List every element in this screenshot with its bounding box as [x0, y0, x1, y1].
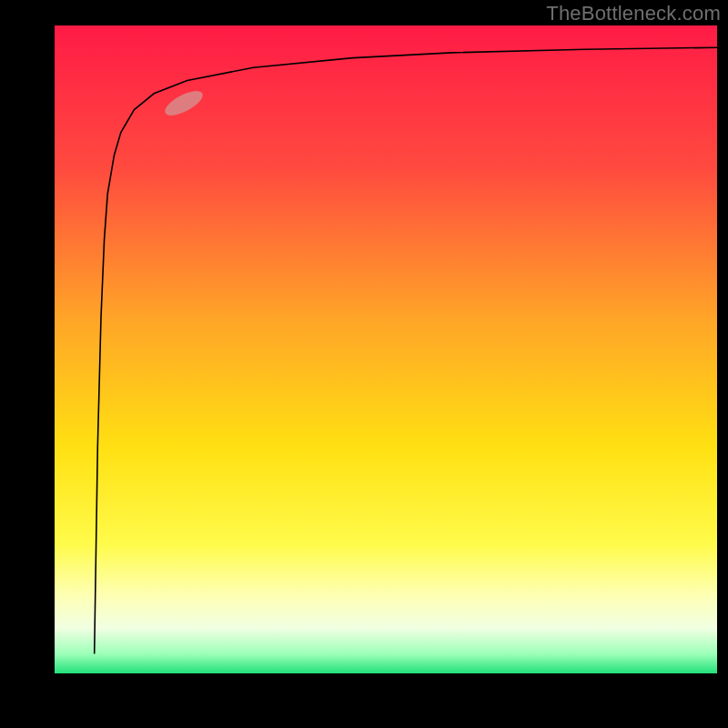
highlight-marker: [161, 86, 206, 120]
plot-area: [55, 25, 717, 673]
curve-layer: [55, 25, 717, 673]
chart-stage: TheBottleneck.com: [0, 0, 728, 728]
watermark-text: TheBottleneck.com: [546, 2, 721, 25]
performance-curve: [95, 47, 717, 653]
